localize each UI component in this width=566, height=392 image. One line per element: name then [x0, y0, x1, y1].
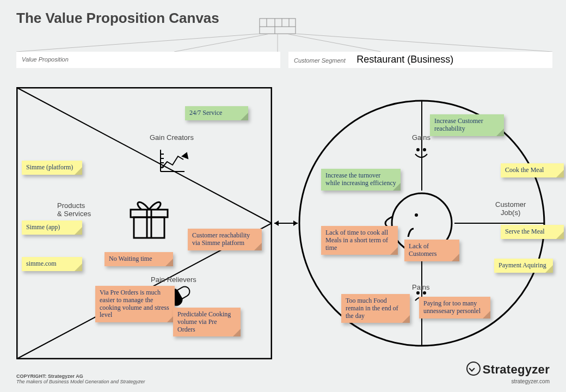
note-painreliever-2: Customer reachability via Simme platform: [188, 229, 262, 250]
note-pain-2: Too much Food remain in the end of the d…: [341, 294, 410, 323]
note-job-1: Serve the Meal: [501, 225, 564, 239]
svg-point-33: [423, 149, 426, 151]
label-pains: Pains: [412, 283, 430, 291]
header-cs: Customer Segment Restaurant (Business): [288, 52, 552, 68]
svg-marker-20: [182, 153, 188, 158]
note-gaincreator-0: 24/7 Service: [185, 106, 248, 120]
note-painreliever-0: No Waiting time: [104, 252, 173, 266]
footer-url: strategyzer.com: [511, 378, 550, 384]
label-gains: Gains: [412, 133, 430, 142]
svg-line-6: [16, 34, 260, 52]
header-cs-label: Customer Segment: [288, 53, 351, 68]
note-pain-1: Lack of Customers: [404, 240, 459, 261]
label-products-services: Products & Services: [57, 201, 91, 218]
svg-rect-15: [134, 217, 164, 238]
label-pain-relievers: Pain Relievers: [151, 275, 196, 284]
svg-rect-14: [131, 210, 168, 217]
svg-marker-37: [274, 220, 279, 226]
note-pain-3: Paying for too many unnessesary personle…: [419, 297, 490, 318]
note-product-0: Simme (platform): [22, 161, 82, 175]
header-vp-label: Value Proposition: [16, 52, 74, 67]
note-painreliever-3: Predictable Cooking volume via Pre Order…: [173, 308, 241, 336]
header-vp-value: [76, 57, 83, 62]
note-product-1: Simme (app): [22, 220, 82, 235]
svg-point-32: [417, 149, 419, 151]
note-job-0: Cook the Meal: [501, 163, 564, 177]
note-product-2: simme.com: [22, 257, 82, 271]
note-gain-1: Increase the turnover while increasing e…: [321, 169, 401, 191]
header-cs-value: Restaurant (Business): [353, 52, 457, 68]
label-gain-creators: Gain Creators: [150, 133, 194, 142]
header-vp: Value Proposition: [16, 52, 280, 68]
footer-copyright: COPYRIGHT: Strategyzer AG The makers of …: [16, 373, 145, 384]
note-painreliever-1: Via Pre Orders is much easier to manage …: [95, 286, 175, 322]
svg-point-31: [415, 213, 418, 217]
note-job-2: Payment Aquiring: [494, 259, 553, 273]
brand-logo: Strategyzer: [466, 362, 550, 377]
svg-point-35: [423, 292, 426, 294]
note-pain-0: Lack of time to cook all Meals in a shor…: [321, 226, 398, 255]
label-customer-jobs: Customer Job(s): [495, 200, 526, 217]
note-gain-0: Increase Customer reachability: [430, 114, 504, 136]
connector-arrow: [271, 218, 301, 229]
svg-marker-38: [293, 220, 298, 226]
svg-point-34: [417, 292, 419, 294]
